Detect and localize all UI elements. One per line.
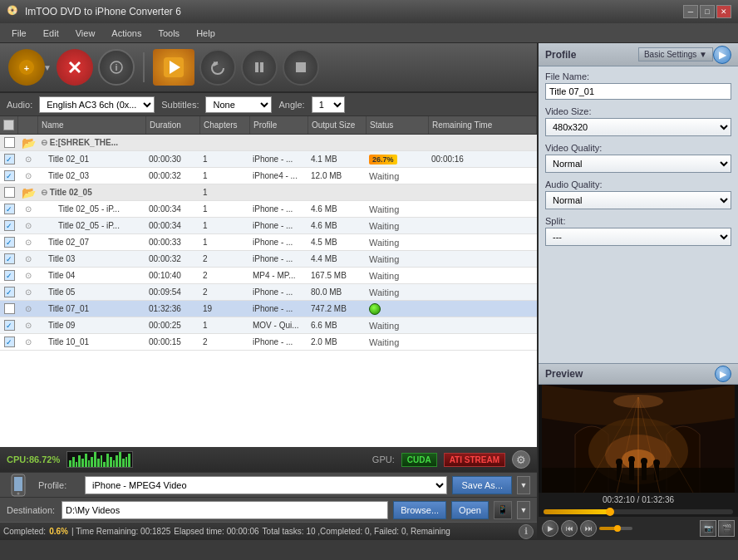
video-size-select[interactable]: 480x320 — [545, 118, 731, 136]
row-check[interactable]: ✓ — [0, 234, 18, 250]
capture-button-1[interactable]: 📷 — [700, 520, 716, 537]
menu-file[interactable]: File — [3, 26, 35, 41]
convert-button[interactable] — [153, 49, 194, 86]
stop-button[interactable] — [57, 49, 93, 86]
header-checkbox[interactable] — [3, 120, 14, 130]
table-row[interactable]: ⊙ Title 07_01 01:32:36 19 iPhone - ... 7… — [0, 301, 537, 317]
checkbox-icon[interactable] — [4, 303, 15, 314]
split-select[interactable]: --- — [545, 228, 731, 246]
volume-thumb — [614, 525, 621, 532]
row-check[interactable]: ✓ — [0, 251, 18, 267]
preview-progress-track[interactable] — [544, 509, 733, 514]
row-check[interactable]: ✓ — [0, 334, 18, 350]
checkbox-icon[interactable]: ✓ — [4, 154, 15, 165]
checkbox-icon[interactable]: ✓ — [4, 170, 15, 181]
row-check[interactable]: ✓ — [0, 168, 18, 184]
add-button[interactable]: + — [8, 49, 45, 86]
checkbox-icon[interactable]: ✓ — [4, 220, 15, 231]
audio-quality-select[interactable]: Normal — [545, 191, 731, 209]
menu-tools[interactable]: Tools — [150, 26, 188, 41]
col-output-size[interactable]: Output Size — [308, 116, 367, 134]
profile-nav-button[interactable]: ▶ — [713, 46, 731, 64]
audio-select[interactable]: English AC3 6ch (0x... — [39, 96, 155, 113]
table-row[interactable]: 📂 ⊖ Title 02_05 1 — [0, 184, 537, 201]
preview-rewind-button[interactable]: ⏮ — [561, 520, 578, 537]
col-duration[interactable]: Duration — [146, 116, 200, 134]
volume-slider[interactable] — [599, 527, 632, 530]
browse-button[interactable]: Browse... — [393, 501, 446, 519]
preview-play-button[interactable]: ▶ — [542, 520, 558, 537]
video-quality-select[interactable]: Normal — [545, 155, 731, 173]
row-check[interactable]: ✓ — [0, 201, 18, 217]
col-name[interactable]: Name — [38, 116, 146, 134]
preview-nav-button[interactable]: ▶ — [715, 366, 731, 382]
file-name-input[interactable] — [545, 83, 731, 100]
status-progress: 26.7% — [369, 155, 397, 165]
angle-select[interactable]: 1 — [312, 96, 345, 113]
row-check[interactable]: ✓ — [0, 317, 18, 333]
menu-view[interactable]: View — [67, 26, 104, 41]
stop2-button[interactable] — [283, 49, 319, 86]
row-check[interactable] — [0, 301, 18, 317]
undo-button[interactable] — [199, 49, 236, 86]
settings-gear-button[interactable]: ⚙ — [512, 450, 530, 469]
checkbox-icon[interactable]: ✓ — [4, 287, 15, 297]
row-check[interactable]: ✓ — [0, 284, 18, 300]
status-info-button[interactable]: ℹ — [519, 524, 534, 539]
ati-stream-button[interactable]: ATI STREAM — [444, 453, 505, 467]
cuda-button[interactable]: CUDA — [401, 453, 437, 467]
menu-actions[interactable]: Actions — [103, 26, 150, 41]
info-button[interactable]: i — [98, 49, 135, 86]
preview-forward-button[interactable]: ⏭ — [580, 520, 597, 537]
subtitles-select[interactable]: None — [205, 96, 272, 113]
table-row[interactable]: ✓ ⊙ Title 04 00:10:40 2 MP4 - MP... 167.… — [0, 268, 537, 284]
row-check[interactable]: ✓ — [0, 151, 18, 167]
table-row[interactable]: ✓ ⊙ Title 03 00:00:32 2 iPhone - ... 4.4… — [0, 251, 537, 268]
checkbox-icon[interactable]: ✓ — [4, 336, 15, 347]
row-check[interactable]: ✓ — [0, 268, 18, 283]
row-check[interactable] — [0, 184, 18, 200]
checkbox-icon[interactable] — [4, 187, 15, 198]
profile-select[interactable]: iPhone - MPEG4 Video — [85, 476, 447, 494]
close-button[interactable]: ✕ — [716, 5, 731, 18]
table-row[interactable]: ✓ ⊙ Title 10_01 00:00:15 2 iPhone - ... … — [0, 334, 537, 351]
preview-progress-container — [539, 507, 738, 517]
expand-icon[interactable]: ⊖ — [41, 138, 47, 147]
table-row[interactable]: ✓ ⊙ Title 02_07 00:00:33 1 iPhone - ... … — [0, 234, 537, 251]
row-check[interactable] — [0, 135, 18, 150]
maximize-button[interactable]: □ — [700, 5, 715, 18]
open-button[interactable]: Open — [451, 501, 489, 519]
table-row[interactable]: ✓ ⊙ Title 02_05 - iP... 00:00:34 1 iPhon… — [0, 218, 537, 234]
row-check[interactable]: ✓ — [0, 218, 18, 233]
table-row[interactable]: ✓ ⊙ Title 02_03 00:00:32 1 iPhone4 - ...… — [0, 168, 537, 184]
checkbox-icon[interactable]: ✓ — [4, 253, 15, 264]
expand-icon[interactable]: ⊖ — [41, 188, 47, 197]
checkbox-icon[interactable]: ✓ — [4, 237, 15, 248]
pause-button[interactable] — [241, 49, 278, 86]
col-remaining[interactable]: Remaining Time — [429, 116, 537, 134]
menu-help[interactable]: Help — [188, 26, 224, 41]
checkbox-icon[interactable]: ✓ — [4, 204, 15, 214]
table-row[interactable]: 📂 ⊖ E:[SHREK_THE... — [0, 135, 537, 151]
table-row[interactable]: ✓ ⊙ Title 02_01 00:00:30 1 iPhone - ... … — [0, 151, 537, 168]
profile-dropdown-arrow[interactable]: ▼ — [517, 476, 530, 494]
table-row[interactable]: ✓ ⊙ Title 09 00:00:25 1 MOV - Qui... 6.6… — [0, 317, 537, 334]
dest-phone-button[interactable]: 📱 — [494, 501, 512, 519]
menu-edit[interactable]: Edit — [35, 26, 67, 41]
add-dropdown-arrow[interactable]: ▼ — [43, 63, 52, 72]
save-as-button[interactable]: Save As... — [452, 476, 512, 494]
preview-progress-thumb[interactable] — [606, 508, 614, 516]
table-row[interactable]: ✓ ⊙ Title 02_05 - iP... 00:00:34 1 iPhon… — [0, 201, 537, 218]
table-row[interactable]: ✓ ⊙ Title 05 00:09:54 2 iPhone - ... 80.… — [0, 284, 537, 301]
checkbox-icon[interactable]: ✓ — [4, 320, 15, 331]
col-status[interactable]: Status — [367, 116, 429, 134]
checkbox-icon[interactable]: ✓ — [4, 270, 15, 281]
checkbox-icon[interactable] — [4, 137, 15, 148]
basic-settings-button[interactable]: Basic Settings ▼ — [638, 47, 713, 61]
capture-button-2[interactable]: 🎬 — [718, 520, 735, 537]
minimize-button[interactable]: ─ — [683, 5, 698, 18]
col-profile[interactable]: Profile — [250, 116, 308, 134]
col-chapters[interactable]: Chapters — [200, 116, 250, 134]
dest-dropdown-arrow[interactable]: ▼ — [517, 501, 530, 519]
destination-input[interactable] — [61, 501, 388, 519]
